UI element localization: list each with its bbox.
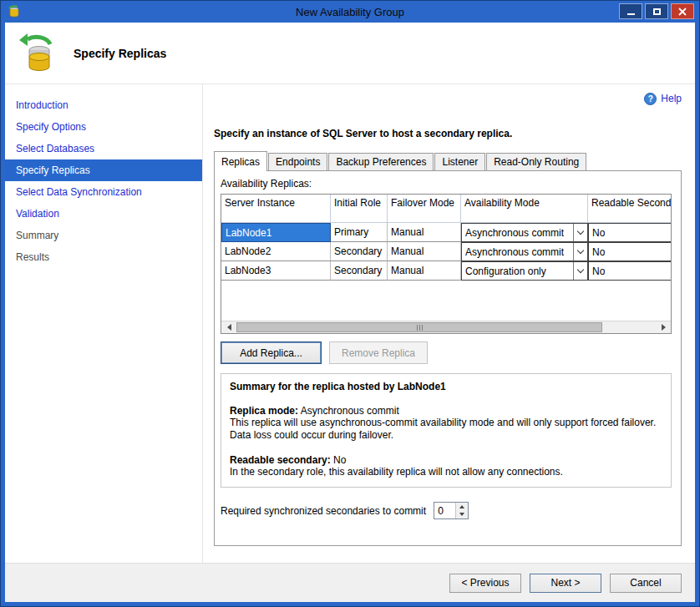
sidebar-item-introduction[interactable]: Introduction bbox=[5, 94, 202, 116]
cell-failover-mode[interactable]: Manual bbox=[388, 223, 461, 242]
grid-header-row: Server Instance Initial Role Failover Mo… bbox=[221, 195, 672, 223]
cell-server-instance[interactable]: LabNode3 bbox=[221, 261, 331, 281]
maximize-icon bbox=[653, 8, 661, 15]
cell-initial-role[interactable]: Secondary bbox=[331, 261, 388, 281]
wizard-window: New Availability Group Specify Repli bbox=[0, 0, 700, 607]
sidebar-item-summary: Summary bbox=[5, 225, 202, 246]
tab-backup-preferences[interactable]: Backup Preferences bbox=[328, 153, 434, 170]
spinner-down-button[interactable] bbox=[456, 511, 468, 519]
scroll-left-button[interactable] bbox=[221, 321, 236, 333]
readable-secondary-dropdown[interactable]: No bbox=[588, 261, 672, 281]
column-header-readable-secondary: Readable Secondary bbox=[588, 195, 672, 223]
availability-mode-dropdown[interactable]: Asynchronous commit bbox=[461, 223, 588, 242]
sidebar-item-specify-options[interactable]: Specify Options bbox=[5, 116, 202, 138]
grid-row-labnode1: LabNode1 Primary Manual Asynchronous com… bbox=[221, 223, 672, 242]
horizontal-scrollbar bbox=[221, 321, 671, 333]
quorum-input[interactable] bbox=[434, 503, 455, 518]
readable-secondary-dropdown[interactable]: No bbox=[588, 223, 672, 242]
tab-endpoints[interactable]: Endpoints bbox=[268, 153, 327, 170]
readable-secondary-dropdown[interactable]: No bbox=[588, 242, 672, 261]
arrow-up-icon bbox=[459, 503, 464, 508]
readable-secondary-line: Readable secondary: No bbox=[230, 454, 662, 466]
readable-secondary-description: In the secondary role, this availability… bbox=[230, 466, 662, 478]
help-row: ? Help bbox=[214, 91, 682, 106]
dropdown-value: Asynchronous commit bbox=[462, 227, 564, 239]
cell-server-instance[interactable]: LabNode2 bbox=[221, 242, 331, 261]
wizard-body: Introduction Specify Options Select Data… bbox=[5, 84, 695, 563]
column-header-availability-mode: Availability Mode bbox=[461, 195, 588, 223]
grid-row-labnode3: LabNode3 Secondary Manual Configuration … bbox=[221, 261, 672, 281]
dropdown-value: Asynchronous commit bbox=[462, 246, 564, 258]
page-title: Specify Replicas bbox=[74, 47, 166, 60]
add-replica-button[interactable]: Add Replica... bbox=[221, 341, 322, 364]
wizard-steps-sidebar: Introduction Specify Options Select Data… bbox=[5, 84, 203, 563]
replica-mode-description: This replica will use asynchronous-commi… bbox=[230, 417, 662, 442]
replicas-tab-panel: Availability Replicas: Server Instance I… bbox=[214, 170, 682, 546]
availability-mode-dropdown[interactable]: Asynchronous commit bbox=[461, 242, 588, 261]
maximize-button[interactable] bbox=[645, 3, 668, 19]
scroll-right-icon bbox=[662, 324, 669, 331]
tab-listener[interactable]: Listener bbox=[434, 153, 485, 170]
availability-replicas-grid: Server Instance Initial Role Failover Mo… bbox=[221, 194, 672, 334]
column-header-server-instance: Server Instance bbox=[221, 195, 331, 223]
column-header-failover-mode: Failover Mode bbox=[388, 195, 461, 223]
spinner-up-button[interactable] bbox=[456, 503, 468, 511]
sidebar-item-results: Results bbox=[5, 246, 202, 268]
cell-initial-role[interactable]: Primary bbox=[331, 223, 388, 242]
chevron-down-icon[interactable] bbox=[573, 262, 587, 280]
sidebar-item-specify-replicas[interactable]: Specify Replicas bbox=[5, 159, 202, 181]
help-icon: ? bbox=[644, 93, 657, 105]
window-title: New Availability Group bbox=[1, 6, 699, 18]
availability-replicas-label: Availability Replicas: bbox=[221, 178, 677, 190]
cell-failover-mode[interactable]: Manual bbox=[388, 242, 461, 261]
summary-title: Summary for the replica hosted by LabNod… bbox=[230, 381, 662, 392]
quorum-row: Required synchronized secondaries to com… bbox=[221, 502, 677, 519]
wizard-header: Specify Replicas bbox=[5, 23, 695, 84]
spinner-buttons bbox=[455, 503, 468, 518]
minimize-button[interactable] bbox=[619, 3, 642, 19]
next-button[interactable]: Next > bbox=[530, 574, 601, 593]
column-header-initial-role: Initial Role bbox=[331, 195, 388, 223]
replica-mode-line: Replica mode: Asynchronous commit bbox=[230, 405, 662, 417]
scroll-right-button[interactable] bbox=[657, 321, 671, 333]
title-bar[interactable]: New Availability Group bbox=[1, 1, 699, 23]
window-controls bbox=[619, 3, 694, 19]
instruction-text: Specify an instance of SQL Server to hos… bbox=[214, 128, 682, 139]
chevron-down-icon[interactable] bbox=[573, 243, 587, 261]
sidebar-item-validation[interactable]: Validation bbox=[5, 203, 202, 225]
availability-group-icon bbox=[17, 33, 57, 73]
scroll-left-icon bbox=[224, 324, 231, 331]
remove-replica-button: Remove Replica bbox=[329, 341, 428, 364]
chevron-down-icon[interactable] bbox=[573, 224, 587, 241]
quorum-spinner bbox=[434, 502, 469, 519]
tab-strip: Replicas Endpoints Backup Preferences Li… bbox=[214, 151, 682, 170]
cell-server-instance[interactable]: LabNode1 bbox=[221, 223, 331, 242]
window-client-area: Specify Replicas Introduction Specify Op… bbox=[5, 23, 695, 602]
minimize-icon bbox=[627, 13, 635, 15]
app-icon[interactable] bbox=[8, 5, 21, 18]
sidebar-item-select-data-synchronization[interactable]: Select Data Synchronization bbox=[5, 181, 202, 203]
tab-replicas[interactable]: Replicas bbox=[214, 151, 267, 171]
main-content: ? Help Specify an instance of SQL Server… bbox=[203, 84, 695, 563]
scrollbar-thumb[interactable] bbox=[236, 322, 602, 332]
cell-failover-mode[interactable]: Manual bbox=[388, 261, 461, 281]
quorum-label: Required synchronized secondaries to com… bbox=[221, 505, 426, 517]
dropdown-value: Configuration only bbox=[462, 266, 546, 277]
dropdown-value: No bbox=[589, 227, 605, 239]
close-icon bbox=[678, 8, 687, 16]
scrollbar-track[interactable] bbox=[236, 321, 657, 333]
replica-buttons-row: Add Replica... Remove Replica bbox=[221, 341, 677, 364]
sidebar-item-select-databases[interactable]: Select Databases bbox=[5, 138, 202, 159]
help-link[interactable]: Help bbox=[661, 93, 682, 104]
availability-mode-dropdown[interactable]: Configuration only bbox=[461, 261, 588, 281]
dropdown-value: No bbox=[589, 246, 605, 258]
previous-button[interactable]: < Previous bbox=[449, 574, 521, 593]
cancel-button[interactable]: Cancel bbox=[610, 574, 682, 593]
grid-row-labnode2: LabNode2 Secondary Manual Asynchronous c… bbox=[221, 242, 672, 261]
cell-initial-role[interactable]: Secondary bbox=[331, 242, 388, 261]
tab-read-only-routing[interactable]: Read-Only Routing bbox=[486, 153, 586, 170]
wizard-footer: < Previous Next > Cancel bbox=[5, 563, 695, 602]
arrow-down-icon bbox=[459, 513, 464, 518]
close-button[interactable] bbox=[671, 3, 694, 19]
dropdown-value: No bbox=[589, 266, 605, 277]
